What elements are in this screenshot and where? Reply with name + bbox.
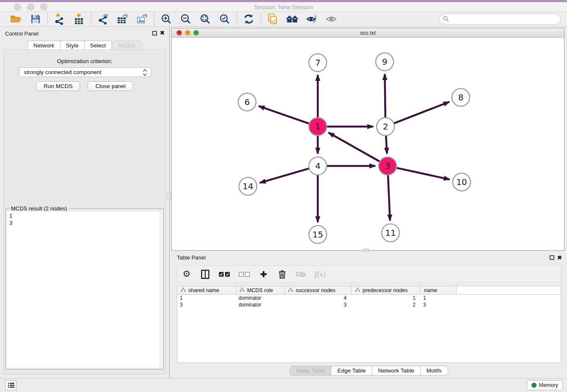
delete-column-icon[interactable] bbox=[277, 269, 287, 280]
column-header-shared-name[interactable]: shared name bbox=[177, 286, 236, 294]
import-table-icon[interactable] bbox=[73, 13, 85, 25]
edge-2-3[interactable] bbox=[386, 136, 387, 154]
control-panel-close-icon[interactable]: ✖ bbox=[160, 30, 165, 36]
optimization-criterion-label: Optimization criterion: bbox=[4, 58, 165, 64]
cell-predecessor-nodes[interactable]: 2 bbox=[352, 301, 421, 308]
node-label-8: 8 bbox=[458, 92, 464, 102]
export-network-icon[interactable] bbox=[97, 13, 110, 25]
show-column-panel-icon[interactable] bbox=[200, 269, 210, 280]
column-header-successor-nodes[interactable]: successor nodes bbox=[285, 286, 352, 294]
hierarchy-icon bbox=[181, 287, 186, 293]
cell-shared-name[interactable]: 1 bbox=[177, 295, 236, 301]
cell-MCDS-role[interactable]: dominator bbox=[236, 295, 285, 301]
zoom-selected-icon[interactable] bbox=[218, 13, 231, 25]
cell-shared-name[interactable]: 3 bbox=[177, 301, 236, 308]
control-panel-title: Control Panel bbox=[5, 30, 39, 37]
task-history-button[interactable] bbox=[5, 380, 17, 390]
table-settings-gear-icon[interactable]: ⚙ bbox=[182, 269, 192, 280]
select-all-columns-icon[interactable] bbox=[219, 269, 230, 280]
tab-edge-table[interactable]: Edge Table bbox=[331, 366, 372, 375]
cell-MCDS-role[interactable]: dominator bbox=[236, 301, 285, 308]
table-row[interactable]: 3dominator323 bbox=[177, 301, 561, 308]
column-header-name[interactable]: name bbox=[421, 286, 457, 294]
tab-network[interactable]: Network bbox=[28, 41, 61, 50]
tab-network-table[interactable]: Network Table bbox=[372, 366, 421, 375]
cell-successor-nodes[interactable]: 3 bbox=[285, 301, 352, 308]
control-panel-tabbar: NetworkStyleSelectMCDS bbox=[0, 41, 169, 50]
open-session-icon[interactable] bbox=[10, 13, 22, 25]
table-panel-title: Table Panel bbox=[177, 254, 206, 261]
export-image-icon[interactable] bbox=[136, 13, 149, 25]
zoom-fit-icon[interactable] bbox=[199, 13, 212, 25]
node-label-9: 9 bbox=[382, 57, 388, 67]
save-session-icon[interactable] bbox=[29, 13, 42, 25]
edge-3-1[interactable] bbox=[328, 133, 380, 161]
network-canvas[interactable]: 7968124314101511 bbox=[172, 38, 564, 250]
mcds-result-text[interactable]: 1 3 bbox=[7, 211, 159, 368]
table-panel-close-icon[interactable]: ✖ bbox=[557, 254, 562, 261]
create-column-icon[interactable]: ✚ bbox=[259, 269, 269, 280]
cell-successor-nodes[interactable]: 4 bbox=[285, 295, 352, 301]
node-label-7: 7 bbox=[315, 58, 321, 68]
control-panel-float-icon[interactable] bbox=[152, 31, 157, 37]
zoom-in-icon[interactable] bbox=[160, 13, 173, 25]
export-table-icon[interactable] bbox=[116, 13, 129, 25]
node-label-3: 3 bbox=[385, 161, 391, 171]
node-label-11: 11 bbox=[385, 228, 396, 238]
table-panel-float-icon[interactable] bbox=[550, 255, 554, 261]
optimization-criterion-select[interactable]: strongly connected component bbox=[19, 67, 151, 77]
table-toolbar: ⚙ ✚ f(x) bbox=[177, 265, 561, 283]
network-window-title: scc.txt bbox=[172, 30, 564, 36]
table-panel-tabbar: Node TableEdge TableNetwork TableMotifs bbox=[171, 366, 567, 375]
delete-table-icon[interactable] bbox=[296, 269, 306, 280]
status-bar: Memory bbox=[0, 378, 567, 392]
memory-status-icon bbox=[531, 383, 537, 388]
column-label: predecessor nodes bbox=[363, 287, 407, 293]
cell-name[interactable]: 3 bbox=[421, 301, 457, 308]
function-builder-icon[interactable]: f(x) bbox=[314, 269, 325, 280]
tab-style[interactable]: Style bbox=[60, 41, 85, 50]
edge-1-6[interactable] bbox=[259, 106, 309, 124]
panel-splitter bbox=[169, 27, 170, 378]
import-network-icon[interactable] bbox=[53, 13, 66, 25]
cell-name[interactable]: 1 bbox=[421, 295, 457, 301]
edge-3-10[interactable] bbox=[396, 168, 449, 179]
network-view-window: ✕ − + scc.txt 7968124314101511 bbox=[171, 28, 564, 251]
tab-node-table[interactable]: Node Table bbox=[290, 366, 331, 375]
hide-selected-icon[interactable] bbox=[306, 13, 318, 25]
cell-predecessor-nodes[interactable]: 1 bbox=[352, 295, 421, 301]
column-label: shared name bbox=[188, 287, 219, 293]
edge-2-9[interactable] bbox=[385, 74, 385, 117]
network-table-splitter-grip[interactable] bbox=[364, 248, 369, 251]
node-label-6: 6 bbox=[245, 97, 250, 107]
show-all-icon[interactable] bbox=[286, 13, 299, 25]
panel-splitter-grip[interactable] bbox=[167, 193, 171, 200]
deselect-all-columns-icon[interactable] bbox=[239, 269, 250, 280]
select-stepper-icon bbox=[143, 69, 147, 77]
zoom-out-icon[interactable] bbox=[179, 13, 192, 25]
node-table: shared nameMCDS rolesuccessor nodesprede… bbox=[177, 286, 561, 363]
close-panel-button[interactable]: Close panel bbox=[88, 81, 133, 91]
apply-layout-icon[interactable] bbox=[242, 13, 255, 25]
memory-button[interactable]: Memory bbox=[527, 380, 563, 390]
edge-4-14[interactable] bbox=[260, 168, 309, 183]
mcds-panel: Optimization criterion: strongly connect… bbox=[3, 50, 166, 374]
control-panel-header: Control Panel ✖ bbox=[0, 27, 169, 39]
tab-select[interactable]: Select bbox=[84, 41, 112, 50]
column-header-predecessor-nodes[interactable]: predecessor nodes bbox=[352, 286, 421, 294]
clone-network-icon[interactable] bbox=[267, 13, 279, 25]
table-panel-header: Table Panel ✖ bbox=[171, 253, 567, 264]
column-label: MCDS role bbox=[247, 287, 273, 293]
edge-2-8[interactable] bbox=[394, 102, 449, 123]
tab-motifs[interactable]: Motifs bbox=[420, 366, 448, 375]
search-field-wrap bbox=[439, 14, 561, 25]
column-header-MCDS-role[interactable]: MCDS role bbox=[236, 286, 285, 294]
network-window-titlebar[interactable]: ✕ − + scc.txt bbox=[172, 28, 564, 38]
run-mcds-button[interactable]: Run MCDS bbox=[36, 81, 80, 91]
table-row[interactable]: 1dominator411 bbox=[177, 295, 561, 301]
tab-mcds[interactable]: MCDS bbox=[113, 41, 141, 50]
edge-3-11[interactable] bbox=[388, 175, 390, 221]
mcds-result-scrollbar[interactable] bbox=[159, 211, 162, 368]
search-input[interactable] bbox=[439, 14, 561, 25]
show-hidden-icon[interactable] bbox=[325, 13, 338, 25]
